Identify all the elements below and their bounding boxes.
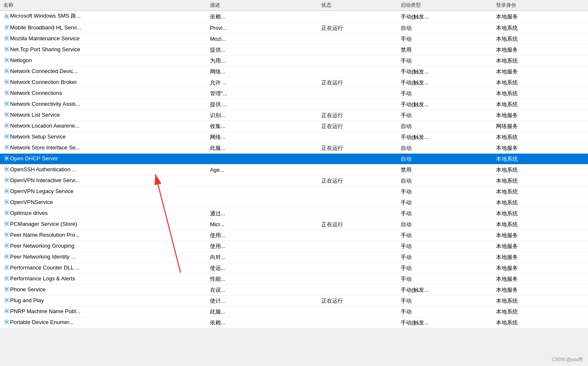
table-row[interactable]: OpenSSH Authentication ...Age...禁用本地系统 [0, 165, 588, 175]
service-name: OpenVPN Legacy Service [10, 188, 74, 194]
service-status [318, 55, 397, 66]
service-name: Plug and Play [10, 297, 44, 303]
service-logon: 本地系统 [493, 154, 588, 165]
svg-line-148 [5, 170, 5, 171]
svg-point-189 [6, 212, 8, 214]
table-row[interactable]: Netlogon为用...手动本地系统 [0, 55, 588, 66]
col-header-name[interactable]: 名称 [0, 0, 207, 11]
table-row[interactable]: Phone Service在设...手动(触发...本地服务 [0, 285, 588, 295]
table-row[interactable]: Network Connectivity Assis...提供 ...手动(触发… [0, 99, 588, 110]
svg-line-245 [5, 276, 5, 277]
service-status [318, 197, 397, 208]
svg-line-248 [5, 280, 5, 280]
svg-point-99 [6, 114, 8, 116]
table-row[interactable]: OpenVPN Legacy Service手动本地系统 [0, 186, 588, 197]
service-name: Network Connections [10, 90, 62, 96]
table-row[interactable]: Net.Tcp Port Sharing Service提供...禁用本地服务 [0, 44, 588, 55]
service-logon: 本地系统 [493, 88, 588, 99]
svg-point-229 [6, 256, 8, 258]
service-status [318, 230, 397, 241]
service-desc: 识别... [207, 110, 318, 121]
table-row[interactable]: Network Connected Devic...网络...手动(触发...本… [0, 66, 588, 77]
service-status: 正在运行 [318, 219, 397, 230]
gear-icon [3, 319, 10, 325]
table-row[interactable]: Peer Networking Grouping使用...手动本地服务 [0, 241, 588, 252]
services-table-container[interactable]: 名称 描述 状态 启动类型 登录身份 Microsoft Windows SMS… [0, 0, 588, 366]
svg-line-128 [5, 149, 5, 149]
table-row[interactable]: Plug and Play使计...正在运行手动本地系统 [0, 295, 588, 306]
table-row[interactable]: Peer Name Resolution Pro...使用...手动本地服务 [0, 230, 588, 241]
svg-line-76 [8, 94, 9, 95]
svg-line-187 [8, 211, 9, 212]
svg-line-138 [5, 159, 5, 160]
service-status: 正在运行 [318, 143, 397, 154]
service-name: Net.Tcp Port Sharing Service [10, 46, 80, 52]
gear-icon [3, 308, 10, 314]
table-row[interactable]: Portable Device Enumer...依赖...手动(触发...本地… [0, 317, 588, 328]
service-status [318, 285, 397, 295]
table-row[interactable]: Network Connection Broker允许 ...正在运行手动(触发… [0, 77, 588, 88]
svg-line-106 [8, 127, 9, 128]
svg-line-57 [8, 69, 9, 70]
col-header-startup[interactable]: 启动类型 [397, 0, 493, 11]
table-row[interactable]: Mobile Broadband HL Servi...Provi...正在运行… [0, 23, 588, 34]
svg-line-7 [8, 14, 9, 15]
svg-line-185 [5, 211, 5, 212]
service-logon: 本地系统 [493, 186, 588, 197]
svg-line-275 [5, 309, 5, 310]
table-row[interactable]: PCManager Service (Store)Micr...正在运行自动本地… [0, 219, 588, 230]
svg-line-237 [8, 265, 9, 266]
svg-point-39 [6, 48, 8, 50]
service-name: OpenVPNService [10, 199, 53, 205]
service-desc: 向对... [207, 252, 318, 263]
table-row[interactable]: PNRP Machine Name Publ...此服...手动本地系统 [0, 306, 588, 317]
service-startup: 手动 [397, 230, 493, 241]
col-header-status[interactable]: 状态 [318, 0, 397, 11]
service-logon: 本地服务 [493, 274, 588, 285]
service-startup: 手动 [397, 263, 493, 274]
table-row[interactable]: OpenVPNService手动本地系统 [0, 197, 588, 208]
table-row[interactable]: Mozilla Maintenance ServiceMozi...手动本地系统 [0, 34, 588, 44]
svg-line-225 [5, 254, 5, 255]
svg-line-285 [5, 320, 5, 321]
table-row[interactable]: Network Store Interface Se...此服...正在运行自动… [0, 143, 588, 154]
svg-line-268 [5, 301, 5, 302]
service-status [318, 44, 397, 55]
svg-line-48 [5, 61, 5, 62]
service-desc: 通过... [207, 208, 318, 219]
table-row[interactable]: Performance Logs & Alerts性能...手动本地服务 [0, 274, 588, 285]
svg-line-206 [8, 236, 9, 237]
svg-line-246 [8, 280, 9, 280]
service-desc: 网络... [207, 132, 318, 143]
svg-line-8 [5, 18, 5, 18]
service-startup: 手动(触发... [397, 66, 493, 77]
table-row[interactable]: OpenVPN Interactive Servi...正在运行自动本地系统 [0, 175, 588, 186]
service-desc [207, 154, 318, 165]
svg-line-45 [5, 58, 5, 59]
table-row[interactable]: Network List Service识别...正在运行手动本地服务 [0, 110, 588, 121]
svg-line-278 [5, 312, 5, 313]
table-row[interactable]: Performance Counter DLL ...使远...手动本地服务 [0, 263, 588, 274]
svg-line-266 [8, 301, 9, 302]
gear-icon [3, 46, 10, 52]
col-header-logon[interactable]: 登录身份 [493, 0, 588, 11]
service-desc: 使用... [207, 241, 318, 252]
svg-line-15 [5, 25, 5, 26]
table-row[interactable]: Network Connections管理"...手动本地系统 [0, 88, 588, 99]
table-row[interactable]: Open DHCP Server自动本地系统 [0, 154, 588, 165]
table-row[interactable]: Optimize drives通过...手动本地系统 [0, 208, 588, 219]
service-desc: Micr... [207, 219, 318, 230]
service-name: Optimize drives [10, 210, 48, 216]
svg-point-29 [6, 37, 8, 39]
table-row[interactable]: Microsoft Windows SMS 路...依赖...手动(触发...本… [0, 11, 588, 23]
table-row[interactable]: Network Location Awarene...收集...正在运行自动网络… [0, 121, 588, 132]
col-header-desc[interactable]: 描述 [207, 0, 318, 11]
svg-point-199 [6, 223, 8, 225]
service-logon: 本地系统 [493, 317, 588, 328]
table-row[interactable]: Peer Networking Identity ...向对...手动本地服务 [0, 252, 588, 263]
service-desc: 依赖... [207, 317, 318, 328]
service-startup: 手动 [397, 252, 493, 263]
svg-line-188 [5, 214, 5, 215]
svg-line-46 [8, 61, 9, 62]
table-row[interactable]: Network Setup Service网络...手动(触发...本地系统 [0, 132, 588, 143]
